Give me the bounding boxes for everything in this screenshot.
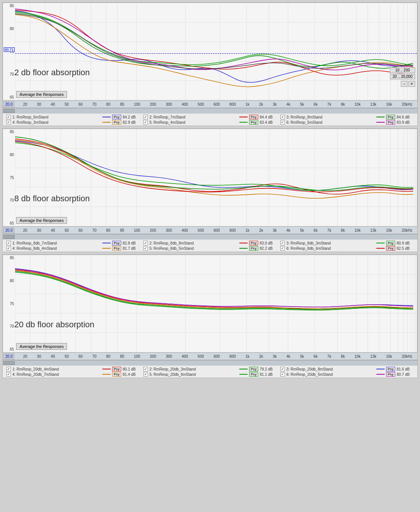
- x-tick-label: 10k: [355, 102, 361, 106]
- legend-psy-button[interactable]: Psy: [112, 241, 121, 245]
- legend-psy-button[interactable]: Psy: [112, 372, 121, 377]
- x-tick-label: 10k: [355, 354, 361, 359]
- x-tick-label: 40: [51, 102, 55, 106]
- x-axis-bar: 20.0203040506070808510020030040050060080…: [3, 100, 417, 108]
- legend-psy-button[interactable]: Psy: [249, 367, 258, 371]
- x-tick-label: 500: [198, 354, 204, 359]
- curve-4: [15, 12, 413, 66]
- x-tick-label: 4k: [286, 102, 291, 106]
- legend-psy-button[interactable]: Psy: [249, 115, 258, 119]
- scroll-thumb[interactable]: [3, 235, 15, 239]
- x-axis-start-value[interactable]: 20.0: [3, 354, 14, 359]
- x-tick-label: 5k: [300, 102, 304, 106]
- legend-row: ✓3: RmResp_20db_8mStandPsy81.6 dB: [280, 367, 414, 371]
- legend-psy-button[interactable]: Psy: [249, 246, 258, 251]
- y-axis-label: 85: [10, 4, 14, 8]
- legend-psy-button[interactable]: Psy: [249, 372, 258, 377]
- legend-row: ✓2: RmResp_8db_8mStandPsy83.0 dB: [143, 241, 277, 245]
- y-axis-label: 70: [10, 72, 14, 76]
- scroll-thumb[interactable]: [3, 109, 15, 113]
- legend-db-value: 81.6 dB: [397, 367, 414, 371]
- legend-checkbox[interactable]: ✓: [143, 246, 148, 251]
- legend-checkbox[interactable]: ✓: [143, 372, 148, 377]
- legend-checkbox[interactable]: ✓: [6, 120, 11, 125]
- x-tick-label: 20: [23, 228, 27, 232]
- legend-name: 3: RmResp_8mStand: [286, 115, 375, 119]
- x-tick-label: 30: [37, 228, 41, 232]
- x-tick-label: 10k: [355, 228, 361, 232]
- range-button[interactable]: 20 .. 20,000: [390, 74, 415, 79]
- legend-checkbox[interactable]: ✓: [280, 241, 285, 245]
- x-tick-label: 2k: [259, 228, 263, 232]
- legend-psy-button[interactable]: Psy: [112, 246, 121, 251]
- x-tick-label: 80: [106, 102, 110, 106]
- legend-psy-button[interactable]: Psy: [386, 372, 395, 377]
- legend-checkbox[interactable]: ✓: [6, 241, 11, 245]
- chart-inner-chart3: [15, 255, 417, 352]
- legend-psy-button[interactable]: Psy: [249, 120, 258, 125]
- legend-line: [102, 243, 111, 243]
- scrollbar[interactable]: [3, 360, 417, 365]
- legend-checkbox[interactable]: ✓: [143, 120, 148, 125]
- zoom-in-button[interactable]: +: [408, 81, 415, 87]
- legend-checkbox[interactable]: ✓: [143, 367, 148, 371]
- legend-checkbox[interactable]: ✓: [6, 372, 11, 377]
- x-tick-label: 1k: [245, 102, 250, 106]
- x-tick-label: 60: [78, 102, 82, 106]
- x-tick-label: 400: [182, 354, 188, 359]
- legend-line: [239, 369, 248, 369]
- x-axis-start-value[interactable]: 20.0: [3, 102, 14, 107]
- legend-db-value: 84.6 dB: [397, 115, 414, 119]
- legend-name: 6: RmResp_5mStand: [286, 120, 375, 125]
- legend-name: 2: RmResp_8db_8mStand: [149, 241, 238, 245]
- average-responses-button[interactable]: Average the Responses: [16, 343, 67, 350]
- y-axis-label: 65: [10, 347, 14, 351]
- average-responses-button[interactable]: Average the Responses: [16, 217, 67, 224]
- legend-checkbox[interactable]: ✓: [280, 246, 285, 251]
- scroll-thumb[interactable]: [3, 361, 15, 365]
- x-tick-label: 20: [23, 354, 27, 359]
- x-axis-start-value[interactable]: 20.0: [3, 228, 14, 233]
- legend-checkbox[interactable]: ✓: [6, 246, 11, 251]
- legend-checkbox[interactable]: ✓: [280, 367, 285, 371]
- legend-psy-button[interactable]: Psy: [386, 367, 395, 371]
- legend-psy-button[interactable]: Psy: [249, 241, 258, 245]
- legend-psy-button[interactable]: Psy: [112, 120, 121, 125]
- x-tick-label: 6k: [313, 102, 318, 106]
- legend-psy-button[interactable]: Psy: [112, 367, 121, 371]
- legend-db-value: 79.2 dB: [260, 367, 277, 371]
- scrollbar[interactable]: [3, 108, 417, 113]
- curve-4: [15, 137, 413, 191]
- chart-inner-chart2: [15, 129, 417, 226]
- legend-checkbox[interactable]: ✓: [6, 115, 11, 119]
- legend-checkbox[interactable]: ✓: [6, 367, 11, 371]
- legend-psy-button[interactable]: Psy: [386, 241, 395, 245]
- legend-psy-button[interactable]: Psy: [386, 246, 395, 251]
- x-tick-label: 80: [106, 354, 110, 359]
- range-button[interactable]: 10 .. 200: [390, 67, 415, 73]
- legend-psy-button[interactable]: Psy: [386, 115, 395, 119]
- legend-checkbox[interactable]: ✓: [280, 120, 285, 125]
- y-axis-label: 75: [10, 176, 14, 180]
- scrollbar[interactable]: [3, 234, 417, 239]
- legend-db-value: 80.1 dB: [123, 367, 140, 371]
- legend-db-value: 81.7 dB: [123, 246, 140, 251]
- legend-row: ✓6: RmResp_8db_6mStandPsy82.5 dB: [280, 246, 414, 251]
- legend-checkbox[interactable]: ✓: [143, 241, 148, 245]
- x-tick-label: 16k: [386, 102, 392, 106]
- legend-row: ✓6: RmResp_20db_5mStandPsy80.7 dB: [280, 372, 414, 377]
- legend-psy-button[interactable]: Psy: [112, 115, 121, 119]
- curve-1: [15, 10, 413, 75]
- x-tick-label: 16k: [386, 228, 392, 232]
- legend-checkbox[interactable]: ✓: [143, 115, 148, 119]
- chart-label-chart2: 8 db floor absorption: [14, 194, 90, 204]
- x-tick-label: 40: [51, 228, 55, 232]
- average-responses-button[interactable]: Average the Responses: [16, 91, 67, 98]
- zoom-out-button[interactable]: -: [401, 81, 408, 87]
- x-tick-label: 500: [198, 228, 204, 232]
- legend-checkbox[interactable]: ✓: [280, 115, 285, 119]
- legend-line: [102, 369, 111, 369]
- legend-checkbox[interactable]: ✓: [280, 372, 285, 377]
- legend-psy-button[interactable]: Psy: [386, 120, 395, 125]
- legend-name: 3: RmResp_20db_8mStand: [286, 367, 375, 371]
